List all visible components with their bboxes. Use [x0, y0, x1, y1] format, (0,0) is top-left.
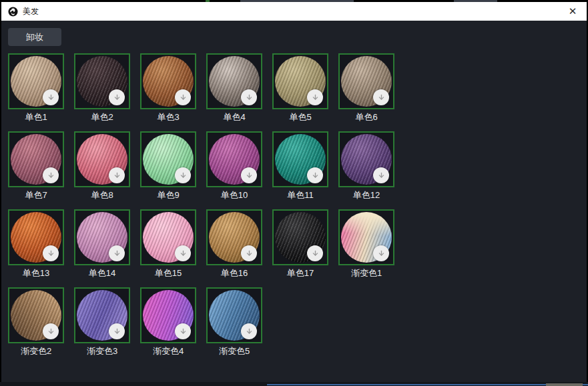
- hair-style-label: 单色5: [272, 111, 328, 123]
- hair-style-tile[interactable]: [140, 287, 196, 343]
- hair-style-dialog: 美发 ✕ 卸妆 单色1 单色2: [0, 0, 588, 386]
- hair-style-tile[interactable]: [8, 131, 64, 187]
- download-icon[interactable]: [373, 245, 389, 261]
- hair-style-tile[interactable]: [74, 131, 130, 187]
- hair-style-cell: 单色7: [8, 131, 64, 209]
- download-icon[interactable]: [109, 245, 125, 261]
- hair-style-label: 渐变色5: [206, 345, 262, 357]
- download-icon[interactable]: [43, 323, 59, 339]
- hair-style-cell: 单色5: [272, 53, 328, 131]
- hair-style-label: 渐变色3: [74, 345, 130, 357]
- hair-style-cell: 单色13: [8, 209, 64, 287]
- hair-style-tile[interactable]: [272, 209, 328, 265]
- download-icon[interactable]: [241, 167, 257, 183]
- download-icon[interactable]: [373, 167, 389, 183]
- close-button[interactable]: ✕: [561, 2, 584, 21]
- hair-style-cell: 单色12: [338, 131, 394, 209]
- hair-style-label: 单色6: [338, 111, 394, 123]
- download-icon[interactable]: [307, 89, 323, 105]
- download-icon[interactable]: [43, 167, 59, 183]
- download-icon[interactable]: [175, 89, 191, 105]
- hair-style-label: 单色7: [8, 189, 64, 201]
- hair-style-cell: 单色4: [206, 53, 262, 131]
- hair-style-cell: 单色1: [8, 53, 64, 131]
- hair-style-grid: 单色1 单色2 单色3: [8, 53, 394, 365]
- download-icon[interactable]: [109, 167, 125, 183]
- titlebar[interactable]: 美发 ✕: [1, 2, 587, 21]
- download-icon[interactable]: [241, 245, 257, 261]
- download-icon[interactable]: [43, 245, 59, 261]
- hair-style-tile[interactable]: [338, 209, 394, 265]
- hair-style-label: 渐变色2: [8, 345, 64, 357]
- hair-style-cell: 渐变色2: [8, 287, 64, 365]
- hair-style-cell: 单色17: [272, 209, 328, 287]
- hair-style-cell: 渐变色5: [206, 287, 262, 365]
- hair-style-cell: 单色11: [272, 131, 328, 209]
- download-icon[interactable]: [241, 323, 257, 339]
- hair-style-cell: 单色10: [206, 131, 262, 209]
- hair-style-label: 单色12: [338, 189, 394, 201]
- hair-style-tile[interactable]: [206, 209, 262, 265]
- background-app-fragment: [267, 384, 588, 385]
- hair-style-tile[interactable]: [74, 53, 130, 109]
- hair-style-tile[interactable]: [140, 53, 196, 109]
- hair-style-tile[interactable]: [206, 53, 262, 109]
- hair-style-cell: 单色14: [74, 209, 130, 287]
- hair-style-cell: 单色6: [338, 53, 394, 131]
- download-icon[interactable]: [109, 323, 125, 339]
- download-icon[interactable]: [373, 89, 389, 105]
- hair-style-cell: 单色16: [206, 209, 262, 287]
- hair-style-tile[interactable]: [272, 53, 328, 109]
- hair-style-cell: 渐变色4: [140, 287, 196, 365]
- hair-style-cell: 单色3: [140, 53, 196, 131]
- hair-style-label: 单色8: [74, 189, 130, 201]
- hair-style-label: 单色13: [8, 267, 64, 279]
- hair-style-label: 单色9: [140, 189, 196, 201]
- hair-style-cell: 渐变色3: [74, 287, 130, 365]
- hair-style-label: 单色11: [272, 189, 328, 201]
- dialog-title: 美发: [23, 6, 39, 17]
- hair-style-label: 单色15: [140, 267, 196, 279]
- hair-style-cell: 单色2: [74, 53, 130, 131]
- hair-style-cell: 单色15: [140, 209, 196, 287]
- download-icon[interactable]: [175, 167, 191, 183]
- hair-style-tile[interactable]: [272, 131, 328, 187]
- hair-style-tile[interactable]: [8, 287, 64, 343]
- hair-style-label: 单色4: [206, 111, 262, 123]
- bottom-edge: [0, 382, 588, 386]
- hair-style-cell: 单色9: [140, 131, 196, 209]
- remove-makeup-button[interactable]: 卸妆: [8, 28, 61, 46]
- download-icon[interactable]: [43, 89, 59, 105]
- hair-style-tile[interactable]: [74, 209, 130, 265]
- hair-style-tile[interactable]: [8, 53, 64, 109]
- hair-style-cell: 单色8: [74, 131, 130, 209]
- hair-style-tile[interactable]: [338, 131, 394, 187]
- hair-style-label: 单色16: [206, 267, 262, 279]
- hair-style-tile[interactable]: [338, 53, 394, 109]
- download-icon[interactable]: [307, 245, 323, 261]
- download-icon[interactable]: [175, 323, 191, 339]
- hair-style-cell: 渐变色1: [338, 209, 394, 287]
- hair-style-label: 单色1: [8, 111, 64, 123]
- hair-style-tile[interactable]: [206, 131, 262, 187]
- download-icon[interactable]: [307, 167, 323, 183]
- hair-style-tile[interactable]: [206, 287, 262, 343]
- dialog-content: 卸妆 单色1 单色2: [1, 21, 587, 382]
- hair-style-label: 单色3: [140, 111, 196, 123]
- download-icon[interactable]: [109, 89, 125, 105]
- hair-style-tile[interactable]: [140, 131, 196, 187]
- background-app-fragment: [546, 383, 583, 386]
- hair-style-label: 渐变色1: [338, 267, 394, 279]
- hair-style-label: 单色10: [206, 189, 262, 201]
- hair-style-label: 单色2: [74, 111, 130, 123]
- hair-style-label: 渐变色4: [140, 345, 196, 357]
- download-icon[interactable]: [175, 245, 191, 261]
- hair-style-tile[interactable]: [140, 209, 196, 265]
- obs-logo-icon: [8, 7, 18, 17]
- download-icon[interactable]: [241, 89, 257, 105]
- hair-style-label: 单色17: [272, 267, 328, 279]
- hair-style-label: 单色14: [74, 267, 130, 279]
- hair-style-tile[interactable]: [74, 287, 130, 343]
- hair-style-tile[interactable]: [8, 209, 64, 265]
